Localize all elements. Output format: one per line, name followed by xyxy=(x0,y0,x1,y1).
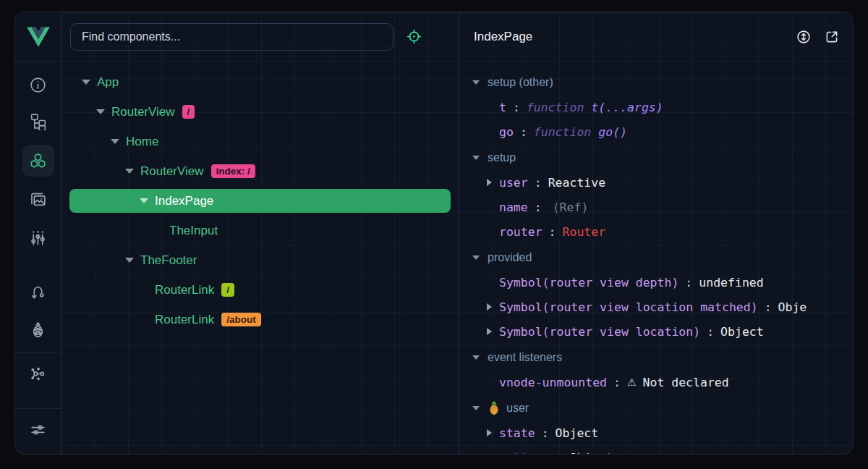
tree-item-routerview-index[interactable]: RouterView index: / xyxy=(61,159,459,183)
group-label: user xyxy=(506,402,529,415)
state-row[interactable]: state : Object xyxy=(459,421,853,445)
tree-item-thefooter[interactable]: TheFooter xyxy=(61,248,459,272)
rail-divider xyxy=(15,352,61,353)
tree-item-app[interactable]: App xyxy=(61,70,459,94)
open-in-editor-icon[interactable] xyxy=(822,28,841,46)
sidebar-rail xyxy=(15,12,61,454)
state-key: Symbol(router view location matched) xyxy=(499,300,758,314)
group-label: setup (other) xyxy=(488,76,553,89)
tree-item-routerview[interactable]: RouterView / xyxy=(61,100,459,124)
pinia-tab-icon[interactable] xyxy=(22,313,54,345)
graph-tab-icon[interactable] xyxy=(22,358,54,389)
rail-divider xyxy=(15,408,61,409)
chevron-down-icon[interactable] xyxy=(111,139,119,144)
timeline-tab-icon[interactable] xyxy=(22,221,54,253)
chevron-right-icon[interactable] xyxy=(487,328,492,335)
state-row[interactable]: Symbol(router view location matched) : O… xyxy=(459,295,853,319)
chevron-down-icon[interactable] xyxy=(472,156,480,160)
settings-tab-icon[interactable] xyxy=(22,413,54,445)
state-value: Object xyxy=(569,451,613,455)
tree-item-theinput[interactable]: TheInput xyxy=(61,219,459,242)
tree-item-label: App xyxy=(97,75,119,90)
state-value: Object xyxy=(720,325,764,339)
tree-item-label: TheInput xyxy=(169,224,218,238)
assets-tab-icon[interactable] xyxy=(22,183,54,215)
component-tree-tab-icon[interactable] xyxy=(22,105,54,137)
vue-logo xyxy=(15,12,61,62)
group-pinia-user[interactable]: user xyxy=(459,396,853,421)
chevron-down-icon[interactable] xyxy=(472,406,480,410)
tree-item-label: RouterView xyxy=(111,105,175,119)
tree-item-indexpage[interactable]: IndexPage xyxy=(69,189,451,213)
chevron-down-icon[interactable] xyxy=(140,198,148,203)
inspector-title: IndexPage xyxy=(474,30,532,44)
state-key: Symbol(router view depth) xyxy=(499,276,678,290)
tree-item-home[interactable]: Home xyxy=(61,130,459,153)
tree-item-routerlink-home[interactable]: RouterLink / xyxy=(61,278,459,302)
inspector-panel: IndexPage setup (other) t : function xyxy=(459,12,853,454)
state-value: Object xyxy=(556,426,599,440)
router-tab-icon[interactable] xyxy=(22,275,54,307)
chevron-down-icon[interactable] xyxy=(472,255,480,260)
state-key: t xyxy=(499,101,506,114)
chevron-down-icon[interactable] xyxy=(82,80,90,85)
state-row[interactable]: getters : Object xyxy=(459,445,853,454)
state-key: name xyxy=(499,200,528,214)
chevron-down-icon[interactable] xyxy=(125,258,134,263)
function-signature: go() xyxy=(598,125,627,139)
chevron-right-icon[interactable] xyxy=(487,429,492,436)
group-event-listeners[interactable]: event listeners xyxy=(459,345,853,370)
state-key: state xyxy=(499,426,535,440)
component-tree: App RouterView / Home RouterView index: … xyxy=(61,62,459,337)
vue-logo-icon xyxy=(26,26,51,48)
search-input[interactable] xyxy=(70,23,393,51)
chevron-down-icon[interactable] xyxy=(472,355,480,360)
state-row: t : function t(...args) xyxy=(459,95,853,119)
function-keyword: function xyxy=(534,125,591,139)
state-value: (Ref) xyxy=(553,200,589,214)
tree-item-routerlink-about[interactable]: RouterLink /about xyxy=(61,308,459,331)
function-keyword: function xyxy=(527,101,584,114)
tree-item-label: TheFooter xyxy=(140,253,197,268)
state-key: getters xyxy=(499,451,550,455)
chevron-down-icon[interactable] xyxy=(125,169,134,174)
inspector-state-list: setup (other) t : function t(...args) go… xyxy=(459,62,853,454)
inspector-header: IndexPage xyxy=(459,12,853,62)
state-row: go : function go() xyxy=(459,119,853,144)
group-label: provided xyxy=(488,251,532,264)
chevron-right-icon[interactable] xyxy=(487,303,492,310)
route-badge: / xyxy=(182,105,195,119)
pinia-pineapple-icon xyxy=(488,401,501,415)
chevron-right-icon[interactable] xyxy=(487,179,492,186)
inspector-actions xyxy=(794,28,841,46)
chevron-down-icon[interactable] xyxy=(472,80,480,85)
state-value: Not declared xyxy=(643,376,729,389)
function-signature: t(...args) xyxy=(591,101,663,114)
component-tree-panel: App RouterView / Home RouterView index: … xyxy=(61,12,459,454)
state-key: vnode-unmounted xyxy=(499,376,607,389)
route-badge: /about xyxy=(221,313,261,326)
state-key: Symbol(router view location) xyxy=(499,325,700,339)
state-row: router : Router xyxy=(459,219,853,244)
group-provided[interactable]: provided xyxy=(459,245,853,270)
state-row: name : (Ref) xyxy=(459,195,853,219)
state-key: router xyxy=(499,225,542,239)
state-key: user xyxy=(499,176,528,190)
state-value: Router xyxy=(563,225,606,239)
components-tab-icon[interactable] xyxy=(22,145,54,177)
route-badge: index: / xyxy=(211,164,255,178)
route-badge: / xyxy=(221,283,234,297)
group-setup[interactable]: setup xyxy=(459,145,853,170)
state-value: Obje xyxy=(778,300,807,314)
vue-devtools-window: App RouterView / Home RouterView index: … xyxy=(14,12,854,455)
state-row[interactable]: Symbol(router view location) : Object xyxy=(459,319,853,344)
tree-item-label: Home xyxy=(126,135,158,149)
info-tab-icon[interactable] xyxy=(22,69,54,101)
chevron-down-icon[interactable] xyxy=(96,109,105,114)
scroll-to-component-icon[interactable] xyxy=(794,28,813,46)
group-setup-other[interactable]: setup (other) xyxy=(459,70,853,95)
tree-item-label: RouterLink xyxy=(155,283,214,297)
state-value: undefined xyxy=(699,276,763,290)
locate-component-icon[interactable] xyxy=(402,25,425,48)
state-row[interactable]: user : Reactive xyxy=(459,170,853,195)
